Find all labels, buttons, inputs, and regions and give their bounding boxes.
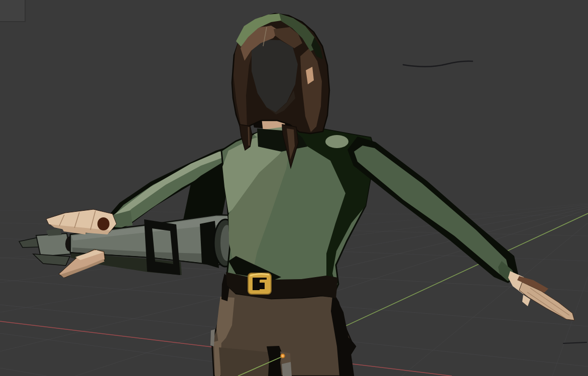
buckle-prong-notch <box>260 283 265 289</box>
right-shoulder-highlight <box>325 135 348 148</box>
corner-panel-fill <box>0 0 25 22</box>
finger-gap <box>97 217 109 230</box>
corner-panel <box>0 0 25 22</box>
front-strand-left-shine <box>249 127 249 146</box>
object-origin-dot-center <box>282 355 283 356</box>
inner-leg-gray <box>282 362 292 376</box>
3d-viewport[interactable] <box>0 0 588 376</box>
